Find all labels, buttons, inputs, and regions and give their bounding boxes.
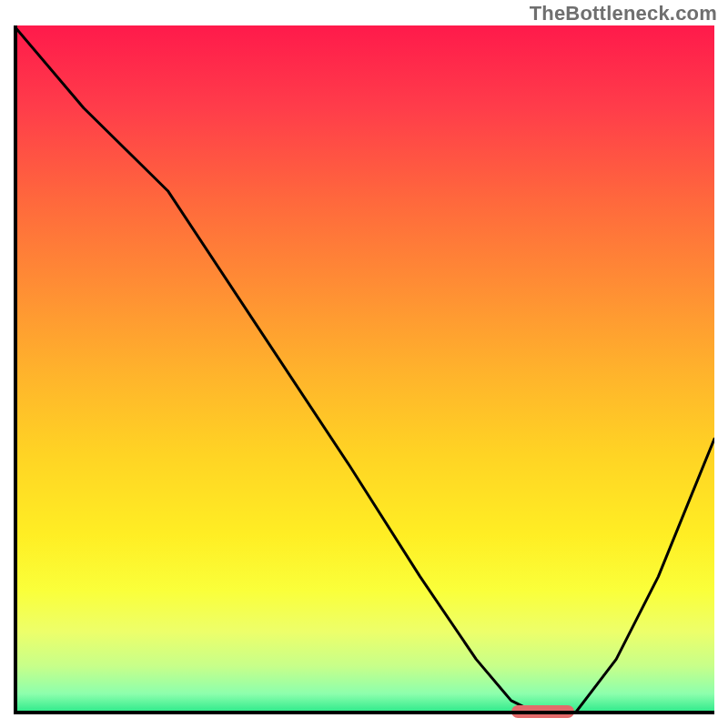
optimal-marker [511,705,574,718]
bottleneck-curve [14,25,714,714]
chart-container: TheBottleneck.com [0,0,728,728]
watermark-text: TheBottleneck.com [530,2,717,25]
plot-area [14,25,714,714]
